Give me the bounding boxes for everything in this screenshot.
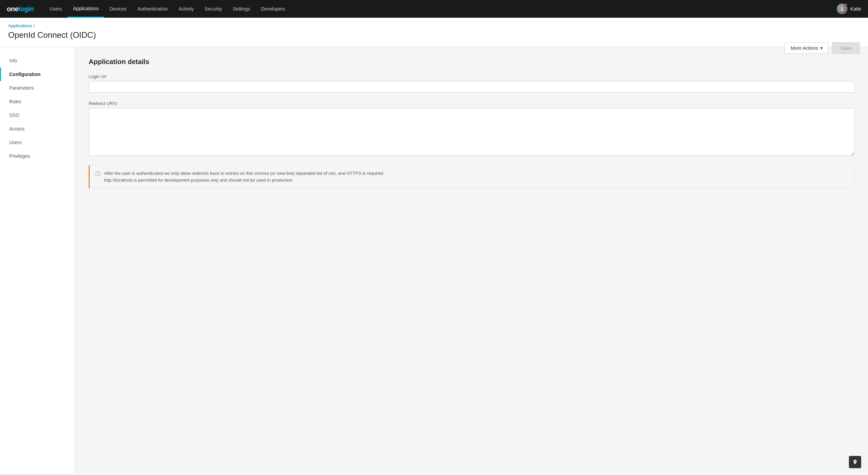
notification-dot <box>845 3 848 6</box>
avatar <box>837 3 848 14</box>
sidebar: Info Configuration Parameters Rules SSO … <box>0 47 75 474</box>
login-url-group: Login Url <box>89 74 854 93</box>
redirect-uris-label: Redirect URI's <box>89 101 854 106</box>
logo[interactable]: onelogin <box>7 5 34 13</box>
nav-item-applications[interactable]: Applications <box>68 0 104 18</box>
nav-item-settings[interactable]: Settings <box>227 0 256 18</box>
sidebar-item-parameters[interactable]: Parameters <box>0 81 75 95</box>
nav-item-devices[interactable]: Devices <box>104 0 132 18</box>
main-layout: Info Configuration Parameters Rules SSO … <box>0 47 868 474</box>
chevron-down-icon: ▾ <box>820 45 823 51</box>
user-menu[interactable]: Katie <box>837 3 861 14</box>
sidebar-item-sso[interactable]: SSO <box>0 108 75 122</box>
section-title: Application details <box>89 58 854 66</box>
nav-right: Katie <box>837 3 861 14</box>
sidebar-item-users[interactable]: Users <box>0 136 75 149</box>
username: Katie <box>850 6 861 12</box>
breadcrumb-link-applications[interactable]: Applications <box>8 23 32 28</box>
breadcrumb: Applications / <box>8 23 860 28</box>
sidebar-item-info[interactable]: Info <box>0 54 75 67</box>
page-header-area: Applications / OpenId Connect (OIDC) Mor… <box>0 18 868 47</box>
header-actions: More Actions ▾ Save <box>785 42 860 54</box>
nav-items: Users Applications Devices Authenticatio… <box>44 0 837 18</box>
nav-item-authentication[interactable]: Authentication <box>132 0 173 18</box>
login-url-label: Login Url <box>89 74 854 79</box>
nav-item-developers[interactable]: Developers <box>255 0 290 18</box>
logo-text: onelogin <box>7 5 34 13</box>
redirect-uris-input[interactable] <box>89 108 854 156</box>
more-actions-button[interactable]: More Actions ▾ <box>785 42 828 54</box>
save-button[interactable]: Save <box>832 42 860 54</box>
info-text-line2: http://localhost is permitted for develo… <box>104 178 294 183</box>
more-actions-label: More Actions <box>791 45 818 51</box>
sidebar-item-configuration[interactable]: Configuration <box>0 67 75 81</box>
info-text-line1: After the user is authenticated we only … <box>104 171 384 176</box>
pin-button[interactable] <box>849 456 861 468</box>
info-box: ⓘ After the user is authenticated we onl… <box>89 165 854 188</box>
sidebar-item-rules[interactable]: Rules <box>0 95 75 108</box>
redirect-uris-group: Redirect URI's <box>89 101 854 157</box>
info-circle-icon: ⓘ <box>95 170 101 178</box>
nav-item-security[interactable]: Security <box>199 0 227 18</box>
nav-item-users[interactable]: Users <box>44 0 68 18</box>
svg-point-0 <box>841 7 843 9</box>
nav-item-activity[interactable]: Activity <box>173 0 199 18</box>
sidebar-item-privileges[interactable]: Privileges <box>0 149 75 163</box>
content-area: Application details Login Url Redirect U… <box>75 47 868 474</box>
sidebar-item-access[interactable]: Access <box>0 122 75 136</box>
page-header: Applications / OpenId Connect (OIDC) <box>0 18 868 47</box>
login-url-input[interactable] <box>89 81 854 93</box>
breadcrumb-separator: / <box>33 23 35 28</box>
page-title: OpenId Connect (OIDC) <box>8 30 860 40</box>
info-text: After the user is authenticated we only … <box>104 170 384 183</box>
top-navigation: onelogin Users Applications Devices Auth… <box>0 0 868 18</box>
